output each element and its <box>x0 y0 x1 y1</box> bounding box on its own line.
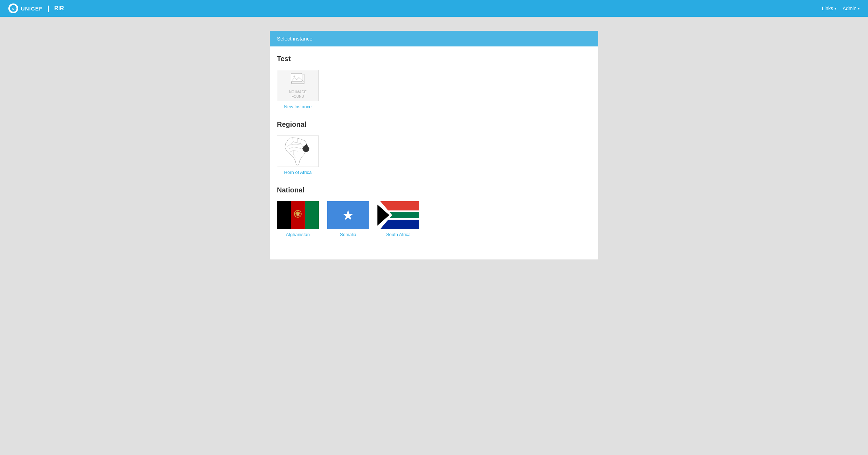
somalia-item[interactable]: ★ Somalia <box>327 201 369 237</box>
main-wrapper: Select instance Test <box>0 17 868 273</box>
south-africa-item[interactable]: South Africa <box>377 201 419 237</box>
svg-text:🕌: 🕌 <box>296 213 300 216</box>
admin-label: Admin <box>843 6 856 11</box>
brand-app-text: RIR <box>54 5 64 12</box>
new-instance-label[interactable]: New Instance <box>284 104 312 109</box>
brand-unicef-text: unicef <box>21 6 43 12</box>
test-instances-row: NO IMAGEFOUND New Instance <box>277 70 591 109</box>
national-instances-row: 🕌 Afghanistan ★ <box>277 201 591 237</box>
horn-of-africa-label[interactable]: Horn of Africa <box>284 170 312 175</box>
navbar: U unicef | RIR Links ▾ Admin ▾ <box>0 0 868 17</box>
brand: U unicef | RIR <box>8 3 64 13</box>
somalia-flag: ★ <box>327 201 369 229</box>
horn-of-africa-map <box>277 135 319 167</box>
links-menu[interactable]: Links ▾ <box>822 6 837 11</box>
card-header: Select instance <box>270 31 598 46</box>
unicef-logo-icon: U <box>8 3 18 13</box>
links-label: Links <box>822 6 833 11</box>
admin-menu[interactable]: Admin ▾ <box>843 6 860 11</box>
no-image-text: NO IMAGEFOUND <box>289 90 307 99</box>
africa-map-svg <box>279 137 317 166</box>
placeholder-photo-icon <box>291 73 305 85</box>
admin-caret-icon: ▾ <box>858 7 860 10</box>
svg-point-6 <box>294 75 295 77</box>
afghanistan-flag-green-stripe <box>305 201 319 229</box>
afghanistan-emblem-svg: 🕌 <box>292 208 303 220</box>
new-instance-item[interactable]: NO IMAGEFOUND New Instance <box>277 70 319 109</box>
afghanistan-emblem-icon: 🕌 <box>292 208 303 222</box>
navbar-right: Links ▾ Admin ▾ <box>822 6 860 11</box>
national-section: National <box>277 186 591 237</box>
regional-section: Regional <box>277 120 591 175</box>
south-africa-flag-svg <box>377 201 419 229</box>
unicef-globe-icon: U <box>9 5 17 12</box>
afghanistan-item[interactable]: 🕌 Afghanistan <box>277 201 319 237</box>
test-section: Test <box>277 55 591 109</box>
somalia-star-icon: ★ <box>342 208 354 222</box>
links-caret-icon: ▾ <box>834 7 836 10</box>
regional-section-title: Regional <box>277 120 591 129</box>
national-section-title: National <box>277 186 591 194</box>
somalia-label[interactable]: Somalia <box>340 232 356 237</box>
afghanistan-flag-black-stripe <box>277 201 291 229</box>
test-section-title: Test <box>277 55 591 63</box>
south-africa-label[interactable]: South Africa <box>386 232 411 237</box>
new-instance-image: NO IMAGEFOUND <box>277 70 319 101</box>
south-africa-flag <box>377 201 419 229</box>
horn-of-africa-item[interactable]: Horn of Africa <box>277 135 319 175</box>
svg-rect-5 <box>291 73 302 82</box>
afghanistan-flag: 🕌 <box>277 201 319 229</box>
brand-divider: | <box>47 5 50 13</box>
svg-text:U: U <box>12 7 14 10</box>
somalia-flag-bg: ★ <box>327 201 369 229</box>
no-image-icon <box>291 73 305 88</box>
page-title: Select instance <box>277 36 312 42</box>
content-card: Select instance Test <box>270 31 598 259</box>
regional-instances-row: Horn of Africa <box>277 135 591 175</box>
card-body: Test <box>270 46 598 259</box>
no-image-container: NO IMAGEFOUND <box>277 70 318 101</box>
afghanistan-label[interactable]: Afghanistan <box>286 232 310 237</box>
afghanistan-flag-wrapper: 🕌 <box>277 201 319 229</box>
